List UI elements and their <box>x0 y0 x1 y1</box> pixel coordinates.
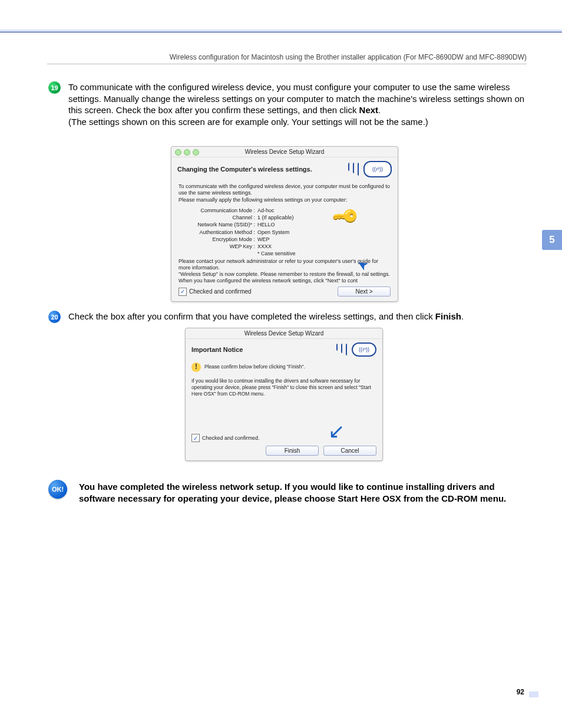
header-rule <box>47 64 527 64</box>
checkbox-confirmed-2[interactable]: ✓ <box>191 434 200 442</box>
step20-text-c: . <box>461 311 464 321</box>
step20-paragraph: Check the box after you confirm that you… <box>68 311 527 322</box>
dialog2-title: Wireless Device Setup Wizard <box>186 328 382 339</box>
chapter-tab: 5 <box>542 230 562 250</box>
dialog2-heading: Important Notice <box>191 346 243 353</box>
cancel-button[interactable]: Cancel <box>323 446 376 456</box>
top-divider <box>0 29 562 32</box>
step20-finish-word: Finish <box>435 311 461 321</box>
running-header: Wireless configuration for Macintosh usi… <box>47 53 527 61</box>
step-number-20: 20 <box>48 311 61 323</box>
kv-wep-v: XXXX <box>257 243 272 250</box>
kv-ssid-v: HELLO <box>257 222 275 228</box>
next-button[interactable]: Next > <box>338 286 391 297</box>
kv-comm-mode-k: Communication Mode : <box>178 207 257 214</box>
final-paragraph: You have completed the wireless network … <box>79 481 527 505</box>
case-sensitive-note: * Case sensitive <box>257 251 296 257</box>
step-number-19: 19 <box>48 81 61 94</box>
kv-enc-k: Encryption Mode : <box>178 236 257 243</box>
wifi-logo: ((ıº)) <box>348 161 392 177</box>
step20-text-a: Check the box after you confirm that you… <box>68 311 435 321</box>
dialog1-intro2: Please manually apply the following wire… <box>178 197 391 203</box>
wifi-logo-2: ((ıº)) <box>336 342 376 357</box>
checkbox-confirmed-1[interactable]: ✓ <box>178 288 187 296</box>
dialog-important-notice: Wireless Device Setup Wizard Important N… <box>185 328 383 461</box>
dialog1-complete: "Wireless Setup" is now complete. Please… <box>178 271 391 285</box>
dialog-change-settings: Wireless Device Setup Wizard Changing th… <box>171 146 398 302</box>
checkbox-label-2: Checked and confirmed. <box>202 435 260 441</box>
dialog1-title: Wireless Device Setup Wizard <box>171 147 398 157</box>
kv-enc-v: WEP <box>257 236 270 243</box>
step19-text-d: (The settings shown on this screen are f… <box>68 117 428 127</box>
page-number: 92 <box>517 688 524 696</box>
kv-channel-v: 1 (If applicable) <box>257 215 294 221</box>
kv-comm-mode-v: Ad-hoc <box>257 207 275 214</box>
dialog1-heading: Changing the Computer's wireless setting… <box>177 166 312 173</box>
checkbox-label-1: Checked and confirmed <box>189 288 252 295</box>
finish-button[interactable]: Finish <box>266 446 319 456</box>
kv-ssid-k: Network Name (SSID)* : <box>178 222 257 228</box>
window-traffic-lights <box>175 149 199 156</box>
kv-wep-k: WEP Key : <box>178 243 257 250</box>
kv-channel-k: Channel : <box>178 215 257 221</box>
kv-auth-v: Open System <box>257 229 290 236</box>
step-badge-19: 19 <box>48 81 61 94</box>
step19-text-c: . <box>378 105 381 115</box>
ok-badge: OK! <box>48 480 67 499</box>
step-badge-20: 20 <box>48 311 61 323</box>
page-mark <box>529 691 538 697</box>
step19-next-word: Next <box>359 105 379 115</box>
dialog2-confirm-line: Please confirm below before clicking "Fi… <box>204 364 305 370</box>
dialog2-body: If you would like to continue installing… <box>191 378 376 397</box>
warning-icon: ! <box>191 363 201 372</box>
dialog1-intro1: To communicate with the configured wirel… <box>178 183 391 197</box>
kv-auth-k: Authentication Method : <box>178 229 257 236</box>
step19-paragraph: To communicate with the configured wirel… <box>68 81 527 127</box>
step19-text-a: To communicate with the configured wirel… <box>68 82 524 115</box>
